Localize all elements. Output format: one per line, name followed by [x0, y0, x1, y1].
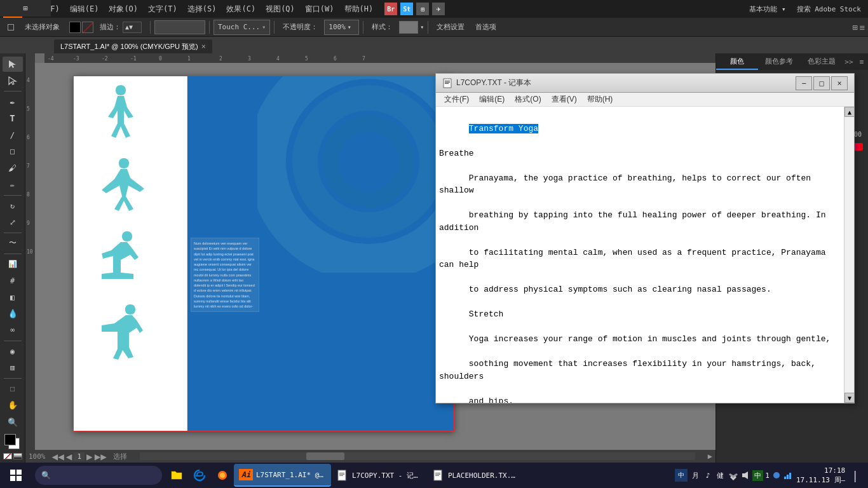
prev-btn[interactable]: ◀: [66, 451, 72, 463]
taskbar-app-notepad2[interactable]: PLACEHOLDER.TX...: [427, 464, 523, 487]
direct-selection-tool[interactable]: [3, 73, 23, 88]
style-swatch[interactable]: [399, 21, 418, 34]
menu-window[interactable]: 窗口(W): [300, 0, 339, 18]
stroke-swatch[interactable]: [82, 22, 93, 33]
notepad-text-area[interactable]: Transform Yoga Breathe Pranayama, the yo…: [436, 107, 844, 403]
grid-icon[interactable]: ⊞: [416, 3, 429, 15]
num-indicator[interactable]: 1: [765, 471, 770, 480]
stock-search[interactable]: 搜索 Adobe Stock: [793, 4, 865, 14]
tab-color[interactable]: 颜色: [716, 53, 758, 70]
menu-text[interactable]: 文字(T): [143, 0, 182, 18]
notepad-menu-help[interactable]: 帮助(H): [582, 93, 618, 107]
extra-systray-icons: [771, 470, 793, 480]
symbol-tool[interactable]: ◉: [3, 344, 23, 359]
menu-effect[interactable]: 效果(C): [221, 0, 261, 18]
fill-color-group: [69, 22, 93, 33]
document-tab[interactable]: L7START_1.AI* @ 100% (CMYK/GPU 预览) ×: [54, 39, 212, 53]
ruler-corner: [25, 53, 35, 63]
tab-close-btn[interactable]: ×: [201, 42, 206, 51]
taskbar-app-notepad1[interactable]: L7COPY.TXT - 记...: [331, 464, 427, 487]
type-tool[interactable]: T: [3, 111, 23, 126]
menu-edit[interactable]: 编辑(E): [65, 0, 104, 18]
taskbar-search-input[interactable]: [54, 471, 156, 480]
ime-icon[interactable]: 中: [675, 469, 688, 482]
page-nav[interactable]: ◀◀ ◀ 1 ▶ ▶▶: [52, 451, 107, 463]
canvas-right-panel: Num doloreetum ven esequam ver suscipist…: [187, 76, 454, 431]
tool-divider-5: [4, 341, 22, 341]
preferences-btn[interactable]: 首选项: [471, 20, 501, 35]
taskbar-edge-icon[interactable]: [188, 464, 211, 487]
doc-settings-btn[interactable]: 文档设置: [432, 20, 469, 35]
zoom-tool[interactable]: 🔍: [3, 414, 23, 430]
opacity-value[interactable]: 100% ▾: [324, 20, 359, 35]
scrollbar-thumb[interactable]: [306, 452, 344, 460]
graph-tool[interactable]: 📊: [3, 256, 23, 271]
more-icon[interactable]: ≡: [860, 22, 865, 32]
menu-select[interactable]: 选择(S): [182, 0, 222, 18]
panel-toggle[interactable]: ⊞: [0, 0, 51, 17]
svg-text:7: 7: [362, 56, 365, 62]
fill-swatch[interactable]: [69, 22, 81, 33]
selection-tool[interactable]: [3, 57, 23, 72]
taskbar-app-illustrator[interactable]: Ai L7START_1.AI* @...: [234, 464, 331, 487]
scroll-right-btn[interactable]: ▶: [708, 452, 712, 461]
rotate-tool[interactable]: ↻: [3, 198, 23, 213]
menu-help[interactable]: 帮助(H): [339, 0, 379, 18]
none-swatch[interactable]: [3, 453, 12, 459]
artboard-tool[interactable]: ⬚: [3, 381, 23, 396]
svg-text:5: 5: [305, 56, 308, 62]
tool-divider-1: [4, 91, 22, 92]
rect-tool[interactable]: □: [3, 144, 23, 159]
workspace-label[interactable]: 基本功能 ▾: [745, 4, 789, 14]
notepad-minimize-btn[interactable]: −: [796, 76, 812, 90]
gradient-tool[interactable]: ◧: [3, 290, 23, 305]
input-method-indicator[interactable]: 中: [752, 470, 763, 481]
warp-tool[interactable]: 〜: [3, 236, 23, 251]
taskbar-explorer-icon[interactable]: [165, 464, 188, 487]
style-arrow[interactable]: ▾: [420, 24, 424, 30]
hand-tool[interactable]: ✋: [3, 398, 23, 413]
tab-color-guide[interactable]: 颜色参考: [758, 53, 800, 70]
column-graph-tool[interactable]: ▥: [3, 360, 23, 376]
panel-expand-btn[interactable]: >>: [843, 53, 855, 70]
scrollbar-track: [844, 117, 854, 393]
scrollbar-down-btn[interactable]: ▼: [844, 393, 854, 403]
next-btn[interactable]: ▶: [86, 451, 93, 463]
arrange-icon[interactable]: ⊞: [852, 22, 857, 32]
mesh-tool[interactable]: #: [3, 273, 23, 288]
tab-color-theme[interactable]: 色彩主题: [801, 53, 843, 70]
line-tool[interactable]: /: [3, 127, 23, 142]
notepad-close-btn[interactable]: ×: [831, 76, 848, 90]
panel-menu-btn[interactable]: ≡: [855, 53, 868, 70]
notepad-menu-edit[interactable]: 编辑(E): [474, 93, 510, 107]
notepad-maximize-btn[interactable]: □: [813, 76, 830, 90]
notepad-scrollbar[interactable]: ▲ ▼: [844, 107, 854, 403]
fill-stroke-swatches[interactable]: [4, 434, 21, 451]
show-desktop-btn[interactable]: |: [848, 469, 862, 482]
next-page-btn[interactable]: ▶▶: [95, 451, 107, 463]
pen-tool[interactable]: ✒: [3, 94, 23, 109]
gradient-swatch[interactable]: [13, 453, 22, 459]
tool-panel: ✒ T / □ 🖌 ✏ ↻ ⤢ 〜 📊 # ◧ 💧 ∞ ◉ ▥ ⬚ ✋ 🔍: [0, 53, 25, 463]
prev-page-btn[interactable]: ◀◀: [52, 451, 64, 463]
notepad-menu-file[interactable]: 文件(F): [439, 93, 474, 107]
send-icon[interactable]: ✈: [432, 3, 445, 15]
horizontal-scrollbar[interactable]: [140, 452, 695, 460]
scale-tool[interactable]: ⤢: [3, 215, 23, 230]
paintbrush-tool[interactable]: 🖌: [3, 160, 23, 175]
notepad-menu-view[interactable]: 查看(V): [546, 93, 582, 107]
eyedropper-tool[interactable]: 💧: [3, 306, 23, 322]
scrollbar-up-btn[interactable]: ▲: [844, 107, 854, 117]
page-number[interactable]: 1: [74, 452, 85, 461]
start-button[interactable]: [0, 463, 32, 488]
selected-title: Transform Yoga: [469, 124, 538, 133]
blend-tool[interactable]: ∞: [3, 323, 23, 338]
menu-object[interactable]: 对象(O): [104, 0, 143, 18]
notepad-menu-format[interactable]: 格式(O): [510, 93, 546, 107]
taskbar-firefox-icon[interactable]: [211, 464, 234, 487]
taskbar-search-icon: 🔍: [41, 471, 51, 480]
pencil-tool[interactable]: ✏: [3, 177, 23, 193]
touch-dropdown[interactable]: Touch C... ▾: [214, 20, 270, 35]
taskbar-search-box[interactable]: 🔍: [35, 466, 162, 485]
menu-view[interactable]: 视图(Q): [261, 0, 300, 18]
